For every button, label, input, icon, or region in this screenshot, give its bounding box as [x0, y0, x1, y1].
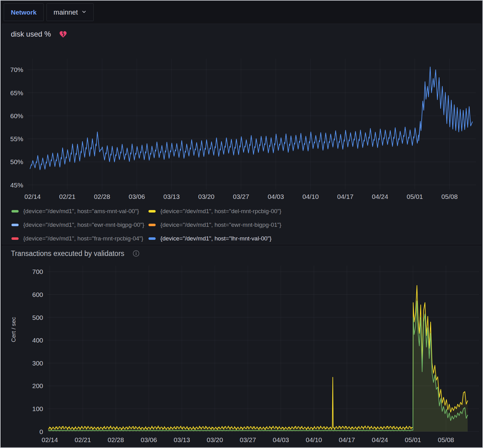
svg-text:03/06: 03/06 — [141, 436, 157, 443]
disk-used-panel: disk used % 45%50%55%60%65%70%02/1402/21… — [2, 24, 481, 244]
chart-legend: {device="/dev/md1", host="ams-mnt-val-00… — [2, 204, 481, 244]
svg-text:04/03: 04/03 — [268, 193, 284, 200]
svg-text:45%: 45% — [10, 181, 23, 189]
svg-text:02/14: 02/14 — [24, 193, 41, 200]
legend-item[interactable]: {device="/dev/md1", host="del-mnt-rpcbig… — [148, 204, 281, 218]
svg-text:04/24: 04/24 — [372, 193, 388, 200]
legend-label: {device="/dev/md1", host="ewr-mnt-bigpg-… — [160, 222, 281, 228]
legend-label: {device="/dev/md1", host="ewr-mnt-bigpg-… — [23, 222, 144, 228]
svg-text:03/13: 03/13 — [163, 193, 180, 200]
svg-text:05/01: 05/01 — [405, 436, 421, 443]
svg-text:02/21: 02/21 — [59, 193, 76, 200]
svg-text:03/06: 03/06 — [129, 193, 145, 200]
svg-text:200: 200 — [32, 382, 43, 389]
svg-text:02/14: 02/14 — [42, 436, 58, 443]
network-variable-value[interactable]: mainnet — [54, 8, 78, 16]
svg-text:03/20: 03/20 — [207, 436, 223, 443]
svg-text:03/27: 03/27 — [233, 193, 249, 200]
cert-per-sec-axis-label: Cert / sec — [10, 317, 17, 342]
legend-swatch — [148, 224, 156, 226]
transactions-chart[interactable]: 010020030040050060070002/1402/2102/2803/… — [2, 258, 481, 447]
legend-swatch — [148, 237, 156, 240]
svg-text:600: 600 — [32, 291, 43, 298]
svg-text:05/08: 05/08 — [441, 193, 458, 200]
legend-label: {device="/dev/md1", host="del-mnt-rpcbig… — [160, 208, 281, 215]
svg-text:400: 400 — [32, 337, 43, 344]
transactions-panel-header[interactable]: Transactions executed by validators — [2, 246, 481, 258]
svg-text:0: 0 — [39, 428, 43, 435]
info-icon[interactable] — [132, 250, 140, 257]
network-variable-label: Network — [11, 9, 37, 16]
svg-text:02/21: 02/21 — [75, 436, 91, 443]
svg-text:02/28: 02/28 — [108, 436, 124, 443]
broken-heart-alert-icon — [59, 30, 67, 38]
panel-title[interactable]: Transactions executed by validators — [11, 249, 124, 258]
panel-title[interactable]: disk used % — [11, 30, 51, 38]
svg-text:65%: 65% — [10, 89, 23, 96]
legend-swatch — [11, 224, 19, 226]
svg-text:02/28: 02/28 — [94, 193, 110, 200]
svg-text:50%: 50% — [10, 158, 23, 165]
legend-swatch — [148, 210, 156, 213]
legend-swatch — [11, 237, 19, 240]
svg-text:04/24: 04/24 — [372, 436, 388, 443]
svg-text:55%: 55% — [10, 135, 23, 142]
svg-text:100: 100 — [32, 405, 43, 412]
svg-text:03/27: 03/27 — [240, 436, 256, 443]
legend-item[interactable]: {device="/dev/md1", host="ewr-mnt-bigpg-… — [148, 218, 281, 232]
svg-text:04/10: 04/10 — [303, 193, 319, 200]
legend-label: {device="/dev/md1", host="ams-mnt-val-00… — [23, 208, 139, 215]
svg-text:70%: 70% — [10, 66, 23, 73]
network-variable-label-box: Network — [4, 3, 44, 21]
legend-item[interactable]: {device="/dev/md1", host="fra-mnt-rpcbig… — [11, 232, 144, 244]
dashboard-toolbar: Network mainnet — [1, 1, 482, 24]
legend-item[interactable]: {device="/dev/md1", host="ewr-mnt-bigpg-… — [11, 218, 144, 232]
svg-text:05/01: 05/01 — [407, 193, 423, 200]
transactions-panel: Transactions executed by validators Cert… — [2, 246, 481, 447]
legend-item[interactable]: {device="/dev/md1", host="ams-mnt-val-00… — [11, 204, 144, 218]
legend-label: {device="/dev/md1", host="lhr-mnt-val-00… — [160, 235, 272, 242]
svg-text:04/17: 04/17 — [339, 436, 355, 443]
svg-text:04/03: 04/03 — [273, 436, 289, 443]
chevron-down-icon — [82, 9, 86, 16]
disk-used-panel-header[interactable]: disk used % — [2, 24, 481, 40]
svg-text:300: 300 — [32, 360, 43, 367]
legend-swatch — [11, 210, 19, 213]
legend-item[interactable]: {device="/dev/md1", host="lhr-mnt-val-00… — [148, 232, 281, 244]
network-variable-dropdown[interactable]: mainnet — [47, 3, 94, 21]
svg-text:05/08: 05/08 — [438, 436, 454, 443]
svg-text:500: 500 — [32, 314, 43, 321]
svg-text:04/10: 04/10 — [306, 436, 322, 443]
legend-label: {device="/dev/md1", host="fra-mnt-rpcbig… — [23, 235, 143, 242]
svg-text:60%: 60% — [10, 112, 23, 119]
svg-text:04/17: 04/17 — [337, 193, 354, 200]
svg-text:03/13: 03/13 — [174, 436, 190, 443]
svg-text:700: 700 — [32, 268, 43, 275]
disk-used-chart[interactable]: 45%50%55%60%65%70%02/1402/2102/2803/0603… — [2, 40, 480, 204]
svg-text:03/20: 03/20 — [198, 193, 215, 200]
